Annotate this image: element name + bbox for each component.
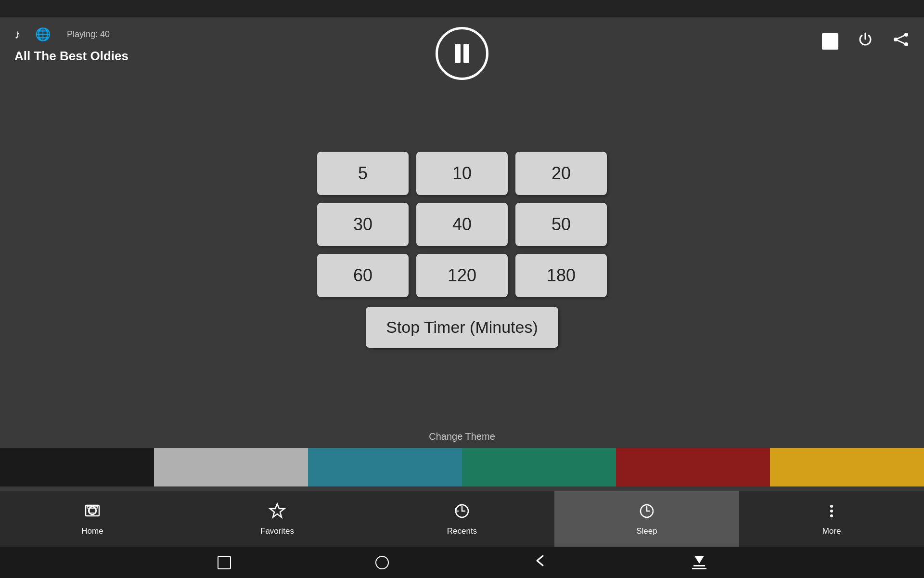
pause-button[interactable]: [436, 27, 488, 80]
system-nav-bar: [0, 547, 924, 578]
pause-icon: [455, 44, 469, 63]
nav-home[interactable]: Home: [0, 491, 185, 547]
svg-point-12: [830, 505, 833, 508]
nav-recents-label: Recents: [447, 526, 477, 536]
nav-more[interactable]: More: [739, 491, 924, 547]
more-dots-icon: [823, 502, 840, 524]
svg-line-4: [896, 39, 906, 44]
sys-recent-button[interactable]: [533, 554, 548, 571]
timer-btn-180[interactable]: 180: [515, 254, 607, 297]
home-icon: [84, 502, 101, 524]
header-icons-right: [822, 27, 910, 51]
stop-icon[interactable]: [822, 33, 838, 50]
music-icon[interactable]: ♪: [14, 27, 21, 42]
globe-icon[interactable]: 🌐: [35, 27, 51, 42]
timer-btn-10[interactable]: 10: [416, 152, 508, 195]
nav-more-label: More: [822, 526, 841, 536]
svg-point-14: [830, 514, 833, 517]
status-bar: [0, 0, 924, 17]
svg-line-3: [896, 35, 906, 39]
svg-point-13: [830, 510, 833, 512]
back-arrow-icon: [533, 554, 548, 567]
nav-favorites[interactable]: Favorites: [185, 491, 370, 547]
theme-section: Change Theme: [0, 431, 924, 486]
timer-btn-30[interactable]: 30: [317, 203, 409, 246]
star-icon: [269, 502, 286, 524]
stop-timer-button[interactable]: Stop Timer (Minutes): [366, 307, 558, 348]
download-icon: [692, 556, 706, 569]
square-icon: [218, 556, 231, 569]
nav-home-label: Home: [81, 526, 103, 536]
playing-text: Playing: 40: [67, 29, 110, 39]
sys-download-button[interactable]: [692, 556, 706, 569]
header: ♪ 🌐 Playing: 40 All The Best Oldies: [0, 17, 924, 68]
main-content: ♪ 🌐 Playing: 40 All The Best Oldies: [0, 17, 924, 491]
svg-marker-9: [270, 504, 284, 517]
theme-swatch-green[interactable]: [462, 448, 616, 486]
theme-swatch-teal[interactable]: [308, 448, 462, 486]
theme-swatches: [0, 448, 924, 486]
share-button[interactable]: [892, 32, 910, 50]
station-name: All The Best Oldies: [14, 49, 128, 64]
timer-btn-120[interactable]: 120: [416, 254, 508, 297]
nav-recents[interactable]: Recents: [370, 491, 554, 547]
nav-favorites-label: Favorites: [260, 526, 294, 536]
bottom-nav: Home Favorites Recents: [0, 491, 924, 547]
header-icons-left: ♪ 🌐 Playing: 40: [14, 27, 128, 42]
timer-grid: 5 10 20 30 40 50 60 120 180: [317, 152, 607, 297]
theme-swatch-black[interactable]: [0, 448, 154, 486]
timer-section: 5 10 20 30 40 50 60 120 180 Stop Timer (…: [0, 68, 924, 431]
timer-btn-60[interactable]: 60: [317, 254, 409, 297]
sys-back-button[interactable]: [218, 556, 231, 569]
nav-sleep-label: Sleep: [636, 526, 657, 536]
change-theme-label: Change Theme: [429, 431, 495, 442]
theme-swatch-red[interactable]: [616, 448, 770, 486]
header-left: ♪ 🌐 Playing: 40 All The Best Oldies: [14, 27, 128, 64]
timer-btn-20[interactable]: 20: [515, 152, 607, 195]
history-icon: [453, 502, 471, 524]
nav-sleep[interactable]: Sleep: [554, 491, 739, 547]
power-button[interactable]: [858, 32, 873, 51]
theme-swatch-yellow[interactable]: [770, 448, 924, 486]
timer-btn-50[interactable]: 50: [515, 203, 607, 246]
timer-btn-5[interactable]: 5: [317, 152, 409, 195]
timer-btn-40[interactable]: 40: [416, 203, 508, 246]
circle-icon: [375, 556, 389, 569]
svg-rect-7: [90, 508, 95, 513]
sys-home-button[interactable]: [375, 556, 389, 569]
theme-swatch-gray[interactable]: [154, 448, 308, 486]
clock-icon: [638, 502, 655, 524]
pause-button-container: [436, 27, 488, 80]
